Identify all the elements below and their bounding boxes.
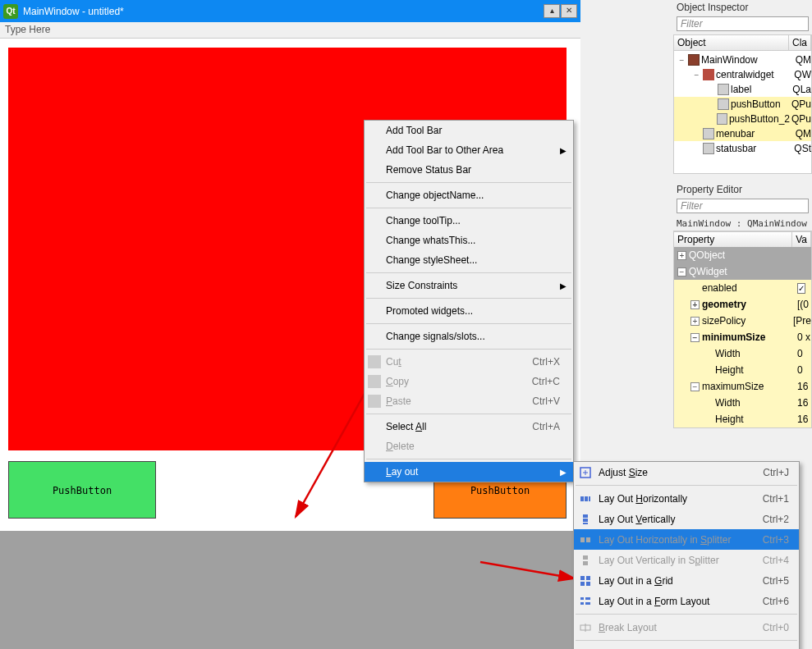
submenu-item-label: Lay Out in a Grid: [599, 575, 673, 587]
menu-item-label: Cut: [386, 356, 401, 368]
menu-item-size-constraints[interactable]: Size Constraints▶: [365, 276, 573, 295]
tree-expander[interactable]: −: [692, 71, 701, 80]
prop-row-minimumSize[interactable]: −minimumSize0 x: [674, 329, 811, 345]
svg-rect-17: [580, 597, 584, 600]
submenu-item-lay-out-in-a-form-layout[interactable]: Lay Out in a Form LayoutCtrl+6: [574, 591, 799, 611]
submenu-item-lay-out-horizontally-in-splitter: Lay Out Horizontally in SplitterCtrl+3: [574, 529, 799, 550]
menu-item-add-tool-bar[interactable]: Add Tool Bar: [365, 121, 573, 140]
menu-item-copy: CopyCtrl+C: [365, 372, 573, 391]
prop-row-Width[interactable]: Width16: [674, 395, 811, 411]
tree-row-statusbar[interactable]: statusbarQSt: [674, 141, 811, 156]
prop-value[interactable]: [Pre: [790, 315, 811, 327]
submenu-item-label: Adjust Size: [599, 467, 648, 478]
svg-rect-7: [583, 519, 588, 522]
paste-icon: [368, 395, 381, 408]
prop-row-geometry[interactable]: +geometry[(0: [674, 296, 811, 313]
prop-value[interactable]: 16: [794, 414, 811, 425]
submenu-item-break-layout: Break LayoutCtrl+0: [574, 617, 799, 638]
menu-item-promoted-widgets-[interactable]: Promoted widgets...: [365, 301, 573, 321]
obj-icon: [703, 143, 714, 154]
submenu-item-lay-out-horizontally[interactable]: Lay Out HorizontallyCtrl+1: [574, 488, 799, 509]
prop-value[interactable]: 0: [794, 348, 811, 359]
submenu-item-simplify-grid-layout: Simplify Grid Layout: [574, 643, 799, 649]
prop-expander[interactable]: −: [690, 333, 700, 342]
minimize-button[interactable]: ▴: [544, 4, 560, 18]
context-menu[interactable]: Add Tool BarAdd Tool Bar to Other Area▶R…: [364, 120, 574, 482]
prop-expander[interactable]: −: [690, 382, 700, 391]
svg-rect-15: [580, 582, 585, 586]
layout-submenu[interactable]: Adjust SizeCtrl+JLay Out HorizontallyCtr…: [573, 461, 800, 649]
prop-row-QObject[interactable]: +QObject: [674, 247, 811, 263]
prop-row-maximumSize[interactable]: −maximumSize16: [674, 378, 811, 395]
obj-icon: [703, 128, 714, 139]
prop-row-QWidget[interactable]: −QWidget: [674, 263, 811, 280]
hs-layout-icon: [579, 533, 592, 546]
tree-row-menubar[interactable]: menubarQM: [674, 126, 811, 141]
submenu-item-lay-out-vertically[interactable]: Lay Out VerticallyCtrl+2: [574, 509, 799, 529]
tree-label: label: [731, 84, 751, 95]
menu-item-lay-out[interactable]: Lay out▶: [365, 462, 573, 482]
menu-item-change-objectname-[interactable]: Change objectName...: [365, 185, 573, 205]
property-header-name[interactable]: Property: [674, 232, 792, 247]
menu-bar[interactable]: Type Here: [0, 22, 580, 39]
menu-item-cut: CutCtrl+X: [365, 352, 573, 372]
prop-value[interactable]: 16: [794, 397, 811, 409]
prop-value[interactable]: 0 x: [794, 331, 811, 343]
property-editor-title: Property Editor: [673, 182, 812, 197]
tree-row-pushButton_2[interactable]: pushButton_2QPu: [674, 112, 811, 126]
submenu-separator: [576, 485, 797, 486]
prop-row-sizePolicy[interactable]: +sizePolicy[Pre: [674, 313, 811, 329]
menu-item-change-tooltip-[interactable]: Change toolTip...: [365, 211, 573, 231]
prop-row-Width[interactable]: Width0: [674, 345, 811, 362]
menu-separator: [366, 323, 571, 324]
window-title: MainWindow - untitled*: [21, 6, 544, 17]
menu-item-select-all[interactable]: Select AllCtrl+A: [365, 417, 573, 436]
menu-item-change-whatsthis-[interactable]: Change whatsThis...: [365, 231, 573, 250]
submenu-shortcut: Ctrl+3: [763, 534, 789, 546]
inspector-header-object[interactable]: Object: [674, 35, 789, 50]
menu-item-label: Size Constraints: [386, 280, 457, 291]
v-layout-icon: [579, 513, 592, 526]
inspector-header: Object Cla: [673, 34, 812, 51]
prop-expander[interactable]: +: [677, 251, 686, 260]
inspector-tree[interactable]: −MainWindowQM−centralwidgetQWlabelQLapus…: [673, 51, 812, 174]
tree-row-centralwidget[interactable]: −centralwidgetQW: [674, 67, 811, 82]
tree-expander[interactable]: −: [677, 56, 686, 65]
property-header-value[interactable]: Va: [792, 232, 811, 247]
menu-item-add-tool-bar-to-other-area[interactable]: Add Tool Bar to Other Area▶: [365, 140, 573, 160]
qt-logo-icon: Qt: [3, 4, 18, 19]
prop-value[interactable]: ✓: [794, 282, 811, 294]
tree-row-MainWindow[interactable]: −MainWindowQM: [674, 53, 811, 67]
prop-row-Height[interactable]: Height0: [674, 362, 811, 378]
adjust-layout-icon: [579, 466, 592, 479]
property-body[interactable]: +QObject−QWidgetenabled✓+geometry[(0+siz…: [674, 247, 811, 427]
tree-row-label[interactable]: labelQLa: [674, 82, 811, 97]
submenu-shortcut: Ctrl+4: [763, 555, 789, 566]
menu-separator: [366, 414, 571, 414]
close-button[interactable]: ✕: [561, 4, 577, 18]
prop-expander[interactable]: −: [677, 267, 686, 277]
menu-item-label: Copy: [386, 376, 409, 387]
inspector-header-class[interactable]: Cla: [789, 35, 811, 50]
submenu-shortcut: Ctrl+J: [763, 467, 789, 478]
property-filter-input[interactable]: Filter: [677, 199, 809, 213]
prop-value[interactable]: 0: [794, 364, 811, 376]
inspector-filter-input[interactable]: Filter: [677, 16, 809, 31]
push-button-1[interactable]: PushButton: [8, 461, 156, 519]
checkbox-icon[interactable]: ✓: [797, 283, 805, 294]
menu-item-change-signals-slots-[interactable]: Change signals/slots...: [365, 327, 573, 346]
menu-shortcut: Ctrl+V: [532, 395, 560, 407]
prop-expander[interactable]: +: [690, 300, 700, 309]
prop-row-enabled[interactable]: enabled✓: [674, 280, 811, 296]
prop-value[interactable]: 16: [794, 381, 811, 392]
menu-item-delete: Delete: [365, 436, 573, 456]
svg-rect-12: [583, 561, 588, 565]
prop-expander[interactable]: +: [690, 317, 700, 326]
submenu-item-lay-out-in-a-grid[interactable]: Lay Out in a GridCtrl+5: [574, 570, 799, 591]
prop-row-Height[interactable]: Height16: [674, 411, 811, 427]
menu-item-remove-status-bar[interactable]: Remove Status Bar: [365, 160, 573, 180]
prop-value[interactable]: [(0: [794, 299, 811, 310]
menu-item-change-stylesheet-[interactable]: Change styleSheet...: [365, 250, 573, 270]
tree-row-pushButton[interactable]: pushButtonQPu: [674, 97, 811, 112]
submenu-item-adjust-size[interactable]: Adjust SizeCtrl+J: [574, 462, 799, 482]
